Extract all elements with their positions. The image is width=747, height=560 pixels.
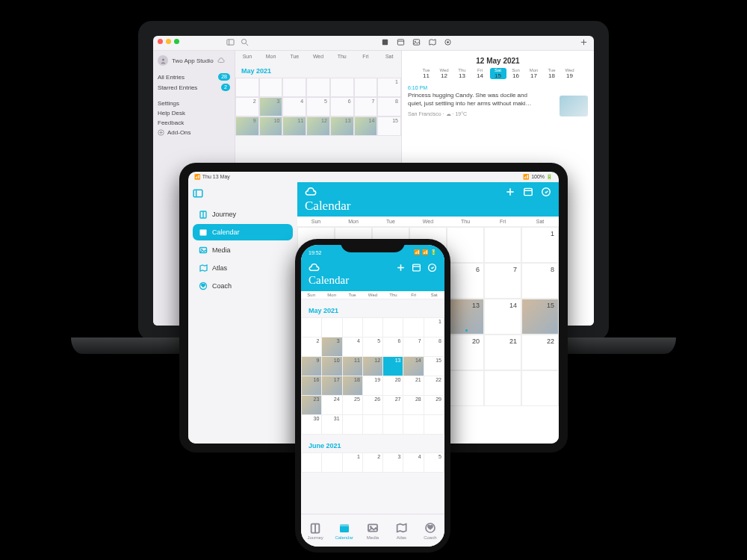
day-cell[interactable] (447, 227, 484, 263)
day-cell[interactable]: 17 (322, 376, 342, 396)
day-cell[interactable]: 22 (424, 376, 444, 396)
day-cell[interactable] (363, 318, 383, 337)
account-row[interactable]: Two App Studio (158, 55, 230, 66)
day-cell[interactable]: 11 (282, 116, 306, 136)
search-icon[interactable] (241, 38, 249, 46)
today-icon[interactable] (412, 263, 421, 273)
day-cell[interactable]: 10 (259, 116, 283, 136)
day-cell[interactable]: 6 (447, 263, 484, 299)
day-cell[interactable]: 28 (403, 396, 424, 415)
day-cell[interactable]: 27 (383, 396, 403, 415)
day-cell[interactable]: 2 (302, 337, 322, 357)
day-cell[interactable] (306, 78, 330, 97)
atlas-view-icon[interactable] (428, 38, 436, 46)
day-cell[interactable]: 21 (484, 335, 521, 370)
day-cell[interactable]: 29 (424, 396, 444, 415)
day-cell[interactable] (282, 78, 306, 97)
day-cell[interactable]: 7 (484, 263, 521, 299)
day-cell[interactable]: 15 (521, 299, 559, 335)
day-cell[interactable] (403, 318, 424, 337)
month-grid-june[interactable]: 12345 (301, 452, 444, 473)
day-cell[interactable]: 9 (302, 357, 322, 376)
iphone-tabbar[interactable]: JourneyCalendarMediaAtlasCoach (301, 514, 444, 547)
day-cell[interactable] (363, 415, 383, 435)
week-day[interactable]: Thu13 (454, 68, 471, 79)
day-cell[interactable]: 22 (521, 335, 559, 370)
day-cell[interactable]: 21 (403, 376, 424, 396)
window-controls[interactable] (158, 39, 179, 44)
cloud-icon[interactable] (305, 187, 317, 196)
cloud-icon[interactable] (309, 264, 320, 272)
sidebar-item-coach[interactable]: Coach (193, 278, 293, 294)
sidebar-item-atlas[interactable]: Atlas (193, 260, 293, 276)
day-cell[interactable]: 8 (521, 263, 559, 299)
coach-view-icon[interactable] (444, 38, 452, 46)
sidebar-item-starred[interactable]: Starred Entries 2 (158, 82, 230, 93)
sidebar-item-journey[interactable]: Journey (193, 206, 293, 223)
week-day[interactable]: Mon17 (526, 68, 542, 79)
sidebar-item-media[interactable]: Media (193, 242, 293, 258)
sidebar-item-settings[interactable]: Settings (158, 99, 230, 108)
day-cell[interactable]: 30 (302, 415, 322, 435)
day-cell[interactable] (424, 415, 444, 435)
day-cell[interactable]: 25 (343, 396, 363, 415)
day-cell[interactable]: 12 (306, 116, 330, 136)
week-day[interactable]: Sun16 (508, 68, 524, 79)
day-cell[interactable]: 3 (383, 453, 403, 473)
add-entry-icon[interactable] (580, 38, 588, 46)
week-day[interactable]: Sat15 (490, 68, 506, 79)
day-cell[interactable] (383, 415, 403, 435)
day-cell[interactable] (447, 370, 484, 406)
day-cell[interactable]: 7 (403, 337, 424, 357)
week-day[interactable]: Wed19 (562, 68, 578, 79)
day-cell[interactable]: 18 (343, 376, 363, 396)
settings-icon[interactable] (541, 187, 551, 197)
week-strip[interactable]: Tue11Wed12Thu13Fri14Sat15Sun16Mon17Tue18… (402, 68, 594, 79)
journey-view-icon[interactable] (381, 38, 389, 46)
media-view-icon[interactable] (412, 38, 421, 46)
day-cell[interactable]: 4 (282, 97, 306, 116)
day-cell[interactable]: 1 (424, 318, 444, 337)
day-cell[interactable]: 26 (363, 396, 383, 415)
sidebar-item-help[interactable]: Help Desk (158, 108, 230, 118)
day-cell[interactable]: 19 (363, 376, 383, 396)
day-cell[interactable] (403, 415, 424, 435)
day-cell[interactable] (383, 318, 403, 337)
day-cell[interactable]: 5 (306, 97, 330, 116)
day-cell[interactable] (354, 78, 378, 97)
day-cell[interactable] (302, 318, 322, 337)
day-cell[interactable]: 10 (322, 357, 342, 376)
day-cell[interactable]: 14 (403, 357, 424, 376)
day-cell[interactable]: 11 (343, 357, 363, 376)
day-cell[interactable]: 14 (484, 299, 521, 335)
week-day[interactable]: Tue11 (418, 68, 435, 79)
add-entry-icon[interactable] (396, 263, 406, 273)
tab-media[interactable]: Media (359, 514, 387, 547)
sidebar-collapse-icon[interactable] (193, 188, 203, 199)
settings-icon[interactable] (427, 263, 437, 273)
day-cell[interactable]: 1 (343, 453, 363, 473)
day-cell[interactable] (484, 370, 521, 406)
day-cell[interactable] (235, 78, 259, 97)
day-cell[interactable] (259, 78, 283, 97)
day-cell[interactable]: 14 (354, 116, 378, 136)
day-cell[interactable]: 5 (424, 453, 444, 473)
day-cell[interactable]: 3 (322, 337, 342, 357)
day-cell[interactable] (322, 318, 342, 337)
day-cell[interactable]: 13 (383, 357, 403, 376)
day-cell[interactable] (302, 453, 322, 473)
day-cell[interactable]: 8 (424, 337, 444, 357)
day-cell[interactable]: 12 (363, 357, 383, 376)
day-cell[interactable] (343, 415, 363, 435)
day-cell[interactable]: 6 (330, 97, 354, 116)
day-cell[interactable]: 15 (424, 357, 444, 376)
day-cell[interactable]: 6 (383, 337, 403, 357)
day-cell[interactable]: 4 (343, 337, 363, 357)
day-cell[interactable] (343, 318, 363, 337)
day-cell[interactable]: 7 (354, 97, 378, 116)
day-cell[interactable]: 20 (383, 376, 403, 396)
day-cell[interactable]: 16 (302, 376, 322, 396)
day-cell[interactable]: 13 (447, 299, 484, 335)
day-cell[interactable] (484, 227, 521, 263)
sidebar-item-addons[interactable]: Add-Ons (158, 128, 230, 137)
